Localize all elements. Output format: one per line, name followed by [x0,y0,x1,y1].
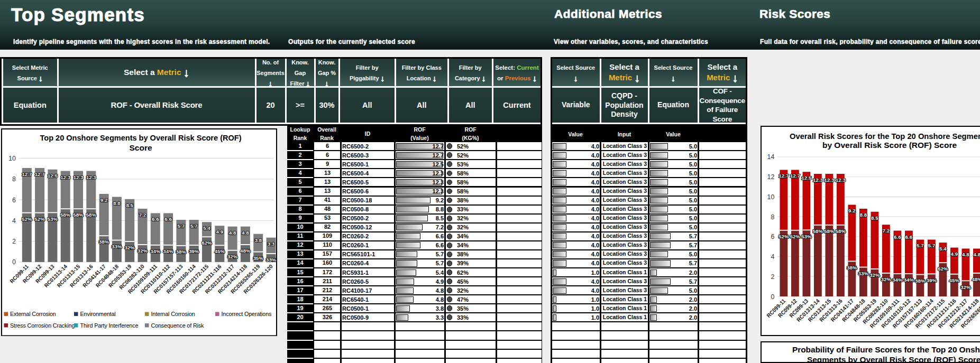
svg-text:4: 4 [12,217,16,224]
svg-text:10: 10 [8,155,16,162]
svg-text:38%: 38% [847,265,857,271]
svg-text:12.7: 12.7 [35,171,45,176]
svg-text:Overall Risk Scores for the To: Overall Risk Scores for the Top 20 Onsho… [790,132,980,141]
svg-text:33%: 33% [858,271,869,276]
svg-text:Stress Corrosion Cracking: Stress Corrosion Cracking [10,322,75,328]
svg-text:53%: 53% [801,234,812,239]
svg-text:14: 14 [767,153,775,161]
svg-text:52%: 52% [34,216,45,221]
svg-text:34%: 34% [163,248,173,254]
svg-text:8: 8 [12,175,16,183]
svg-text:12.3: 12.3 [60,174,71,180]
svg-text:3.8: 3.8 [254,237,262,243]
svg-text:8.8: 8.8 [113,200,121,206]
svg-text:2: 2 [12,238,16,245]
svg-text:58%: 58% [60,212,71,218]
svg-text:12.7: 12.7 [778,173,789,179]
svg-text:External Corrosion: External Corrosion [10,311,56,317]
svg-text:4.8: 4.8 [242,229,249,235]
svg-text:39%: 39% [927,277,937,283]
svg-text:32%: 32% [869,272,880,278]
svg-text:Environmental: Environmental [80,311,116,317]
svg-text:34%: 34% [904,277,914,283]
svg-text:12.7: 12.7 [22,171,32,176]
svg-text:Third Party Interference: Third Party Interference [80,322,139,328]
svg-text:6.6: 6.6 [905,234,913,240]
svg-text:53%: 53% [48,216,58,221]
svg-text:12.5: 12.5 [48,172,58,178]
svg-text:38%: 38% [176,249,187,255]
svg-text:12.3: 12.3 [73,174,84,180]
svg-text:6: 6 [12,196,16,203]
svg-text:Internal Corrosion: Internal Corrosion [151,311,195,317]
svg-text:Score: Score [129,143,152,152]
svg-text:6.6: 6.6 [164,216,172,222]
svg-text:4.9: 4.9 [216,229,223,235]
svg-text:5.7: 5.7 [928,243,936,248]
svg-text:12: 12 [767,173,775,181]
svg-text:34%: 34% [150,248,161,254]
svg-text:52%: 52% [778,234,789,239]
svg-text:52%: 52% [22,216,32,221]
svg-text:12.3: 12.3 [836,177,846,183]
svg-text:12.3: 12.3 [813,177,823,183]
svg-text:48%: 48% [972,276,980,282]
svg-text:6.6: 6.6 [152,216,159,222]
svg-text:8.8: 8.8 [860,212,867,218]
svg-text:32%: 32% [227,253,238,259]
svg-text:8: 8 [771,213,775,221]
svg-text:Incorrect Operations: Incorrect Operations [222,311,272,317]
svg-text:9.2: 9.2 [848,208,856,213]
svg-text:8.5: 8.5 [871,215,878,221]
svg-text:3.3: 3.3 [268,240,275,246]
svg-text:32%: 32% [960,284,971,290]
svg-text:58%: 58% [824,228,835,234]
svg-text:5.4: 5.4 [203,225,210,231]
svg-text:6: 6 [771,233,775,240]
svg-text:5.7: 5.7 [917,243,924,248]
svg-text:4.8: 4.8 [974,252,980,257]
svg-text:6.6: 6.6 [894,234,901,240]
svg-text:Consequence of Risk: Consequence of Risk [151,322,205,328]
svg-text:52%: 52% [790,234,801,239]
svg-text:by Overall Risk Score (ROF) Sc: by Overall Risk Score (ROF) Score [822,141,957,150]
svg-text:45%: 45% [214,248,225,254]
svg-text:58%: 58% [836,228,846,234]
svg-text:39%: 39% [189,248,199,254]
svg-text:32%: 32% [124,245,135,250]
svg-text:8.5: 8.5 [126,202,133,208]
svg-text:34%: 34% [892,277,903,283]
svg-text:4.8: 4.8 [962,252,969,257]
svg-text:38%: 38% [915,278,926,284]
svg-text:45%: 45% [949,277,960,283]
svg-text:38%: 38% [99,239,109,245]
svg-text:58%: 58% [813,228,823,234]
svg-text:62%: 62% [202,240,212,246]
svg-text:4: 4 [771,253,775,260]
svg-text:12.5: 12.5 [801,175,812,181]
svg-text:0: 0 [771,293,775,301]
svg-text:0: 0 [12,258,16,266]
svg-text:7.2: 7.2 [883,228,890,234]
svg-text:4.9: 4.9 [951,251,958,257]
svg-text:9.2: 9.2 [100,197,108,202]
svg-text:4.8: 4.8 [229,229,236,235]
svg-text:33%: 33% [266,257,277,263]
svg-text:12.3: 12.3 [824,177,835,183]
svg-text:12.3: 12.3 [86,174,97,180]
svg-text:33%: 33% [112,243,122,249]
svg-text:5.7: 5.7 [178,223,185,229]
svg-text:12.7: 12.7 [790,173,801,179]
svg-text:58%: 58% [86,212,96,218]
svg-text:Top 20 Onshore Segments by Ove: Top 20 Onshore Segments by Overall Risk … [40,133,242,142]
svg-text:58%: 58% [73,212,84,218]
svg-text:5.4: 5.4 [939,246,947,252]
svg-text:10: 10 [767,193,775,201]
svg-text:7.2: 7.2 [139,211,146,217]
svg-text:5.7: 5.7 [190,223,198,229]
svg-text:48%: 48% [240,248,251,254]
svg-text:2: 2 [771,273,775,281]
svg-text:32%: 32% [138,248,148,254]
svg-text:62%: 62% [938,266,948,272]
svg-text:35%: 35% [253,255,263,260]
